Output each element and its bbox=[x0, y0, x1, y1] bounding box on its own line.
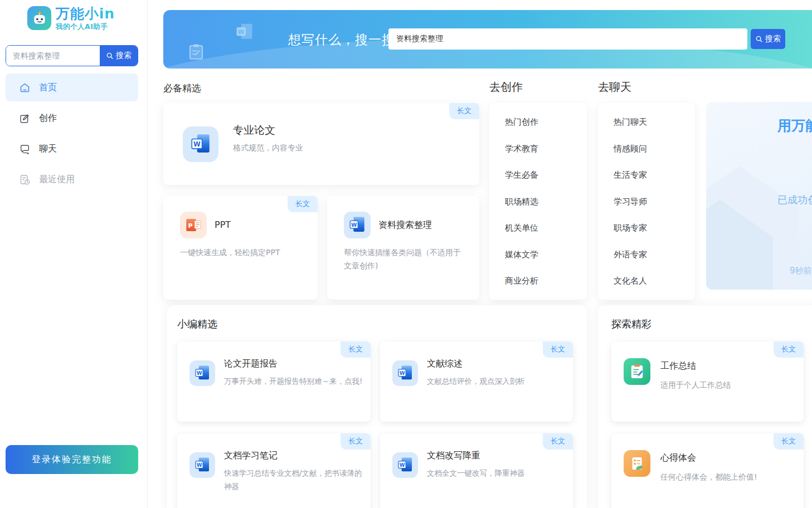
sidebar-item-chat[interactable]: 聊天 bbox=[6, 135, 138, 163]
feature-card-ppt[interactable]: 长文 P PPT 一键快速生成，轻松搞定PPT bbox=[163, 196, 318, 300]
word-icon: W bbox=[235, 22, 255, 42]
section-title-chat: 去聊天 bbox=[598, 80, 631, 95]
sidebar-search-input[interactable] bbox=[6, 46, 100, 66]
promo-panel[interactable]: 用万能 已成功创 9秒前 bbox=[706, 102, 812, 290]
edit-icon bbox=[19, 113, 31, 124]
card-desc: 文献总结评价，观点深入剖析 bbox=[427, 375, 567, 388]
robot-icon bbox=[27, 6, 51, 30]
recent-doc-clock-icon bbox=[19, 174, 31, 185]
search-icon bbox=[106, 52, 114, 60]
ppt-icon: P bbox=[180, 212, 207, 238]
card-title: 文献综述 bbox=[427, 358, 463, 370]
section-title-essentials: 必备精选 bbox=[163, 82, 201, 95]
feature-card-thesis[interactable]: 长文 W 专业论文 格式规范，内容专业 bbox=[163, 103, 479, 185]
section-title-editors: 小编精选 bbox=[177, 318, 217, 331]
chat-item[interactable]: 文化名人 bbox=[598, 268, 695, 295]
promo-status: 已成功创 bbox=[777, 193, 812, 207]
create-category-list: 热门创作 学术教育 学生必备 职场精选 机关单位 媒体文学 商业分析 bbox=[489, 103, 587, 300]
chat-item[interactable]: 情感顾问 bbox=[598, 136, 695, 163]
create-item[interactable]: 职场精选 bbox=[489, 189, 587, 216]
card-title: 心得体会 bbox=[660, 452, 696, 464]
brand[interactable]: 万能小in 我的个人AI助手 bbox=[27, 6, 115, 30]
card-work-summary[interactable]: 长文 工作总结 适用于个人工作总结 bbox=[611, 341, 804, 422]
sidebar-search: 搜索 bbox=[6, 45, 138, 66]
brand-tagline: 我的个人AI助手 bbox=[56, 23, 115, 31]
word-icon: W bbox=[392, 360, 418, 386]
brand-name: 万能小in bbox=[56, 6, 115, 22]
search-banner: W 想写什么，搜一搜 搜索 bbox=[163, 10, 812, 69]
create-item[interactable]: 商业分析 bbox=[489, 268, 587, 295]
word-icon: W bbox=[183, 126, 218, 162]
word-icon: W bbox=[344, 212, 371, 238]
svg-text:W: W bbox=[197, 462, 202, 468]
sidebar-item-home[interactable]: 首页 bbox=[6, 74, 138, 101]
word-icon: W bbox=[392, 452, 418, 478]
card-thesis-proposal[interactable]: 长文 W 论文开题报告 万事开头难，开题报告特别难～来，点我! bbox=[177, 341, 371, 422]
section-title-create: 去创作 bbox=[489, 80, 523, 95]
svg-text:W: W bbox=[193, 140, 201, 148]
banner-title: 想写什么，搜一搜 bbox=[288, 31, 395, 48]
sidebar-item-create[interactable]: 创作 bbox=[6, 104, 138, 132]
card-desc: 一键快速生成，轻松搞定PPT bbox=[180, 246, 304, 260]
card-desc: 任何心得体会，都能上价值! bbox=[660, 470, 801, 484]
feature-card-search-organize[interactable]: W 资料搜索整理 帮你快速搞懂各类问题（不适用于文章创作) bbox=[327, 196, 479, 300]
chat-item[interactable]: 学习导师 bbox=[598, 189, 695, 216]
card-literature-review[interactable]: 长文 W 文献综述 文献总结评价，观点深入剖析 bbox=[380, 341, 573, 422]
chat-item[interactable]: 热门聊天 bbox=[598, 109, 695, 136]
long-text-badge: 长文 bbox=[543, 341, 573, 358]
card-doc-rewrite[interactable]: 长文 W 文档改写降重 文档全文一键改写，降重神器 bbox=[380, 433, 573, 508]
card-title: 文档学习笔记 bbox=[224, 450, 278, 462]
card-desc: 适用于个人工作总结 bbox=[660, 378, 801, 392]
chat-item[interactable]: 外语专家 bbox=[598, 242, 695, 268]
chat-item[interactable]: 生活专家 bbox=[598, 162, 695, 189]
long-text-badge: 长文 bbox=[341, 341, 371, 358]
card-desc: 帮你快速搞懂各类问题（不适用于文章创作) bbox=[344, 246, 468, 273]
scroll-leaf-icon bbox=[624, 450, 650, 477]
long-text-badge: 长文 bbox=[774, 341, 804, 358]
svg-text:W: W bbox=[400, 370, 405, 376]
sidebar-item-recent[interactable]: 最近使用 bbox=[6, 165, 138, 193]
card-title: PPT bbox=[215, 219, 231, 230]
card-title: 论文开题报告 bbox=[224, 358, 278, 370]
card-desc: 文档全文一键改写，降重神器 bbox=[427, 467, 567, 480]
svg-text:W: W bbox=[351, 222, 357, 228]
promo-time: 9秒前 bbox=[790, 266, 812, 276]
create-item[interactable]: 机关单位 bbox=[489, 215, 587, 242]
card-doc-study-notes[interactable]: 长文 W 文档学习笔记 快速学习总结专业文档/文献，把书读薄的神器 bbox=[177, 433, 371, 508]
long-text-badge: 长文 bbox=[341, 433, 371, 450]
create-item[interactable]: 媒体文学 bbox=[489, 242, 587, 268]
long-text-badge: 长文 bbox=[449, 103, 479, 119]
card-title: 专业论文 bbox=[233, 123, 275, 138]
clipboard-icon bbox=[187, 42, 206, 61]
create-item[interactable]: 学术教育 bbox=[489, 136, 587, 163]
card-desc: 万事开头难，开题报告特别难～来，点我! bbox=[224, 375, 364, 388]
banner-search-button[interactable]: 搜索 bbox=[751, 29, 785, 49]
create-item[interactable]: 学生必备 bbox=[489, 162, 587, 189]
svg-text:W: W bbox=[197, 370, 202, 376]
word-icon: W bbox=[189, 452, 215, 478]
card-reflections[interactable]: 长文 心得体会 任何心得体会，都能上价值! bbox=[611, 433, 804, 508]
card-desc: 快速学习总结专业文档/文献，把书读薄的神器 bbox=[224, 467, 364, 493]
editors-picks-panel: 小编精选 长文 W 论文开题报告 万事开头难，开题报告特别难～来，点我! 长文 … bbox=[167, 305, 587, 508]
explore-panel: 探索精彩 长文 工作总结 适用于个人工作总结 长文 bbox=[598, 305, 812, 508]
card-desc: 格式规范，内容专业 bbox=[233, 143, 303, 153]
svg-text:W: W bbox=[400, 462, 405, 468]
svg-text:P: P bbox=[188, 222, 192, 229]
section-title-explore: 探索精彩 bbox=[611, 318, 651, 331]
create-item[interactable]: 热门创作 bbox=[489, 109, 587, 136]
word-icon: W bbox=[189, 360, 215, 386]
svg-text:W: W bbox=[238, 29, 244, 35]
sidebar-search-button[interactable]: 搜索 bbox=[100, 46, 138, 66]
banner-search-input[interactable] bbox=[388, 28, 747, 50]
chat-item[interactable]: 职场专家 bbox=[598, 215, 695, 242]
sidebar-menu: 首页 创作 聊天 最近使用 bbox=[6, 74, 138, 196]
long-text-badge: 长文 bbox=[288, 196, 318, 212]
login-button[interactable]: 登录体验完整功能 bbox=[6, 445, 138, 474]
card-title: 资料搜索整理 bbox=[378, 219, 432, 231]
sidebar: 万能小in 我的个人AI助手 搜索 首页 创作 bbox=[0, 0, 148, 508]
chat-icon bbox=[19, 143, 31, 155]
home-icon bbox=[19, 82, 31, 94]
clipboard-pen-icon bbox=[624, 358, 650, 385]
search-icon bbox=[755, 35, 763, 43]
long-text-badge: 长文 bbox=[543, 433, 573, 450]
